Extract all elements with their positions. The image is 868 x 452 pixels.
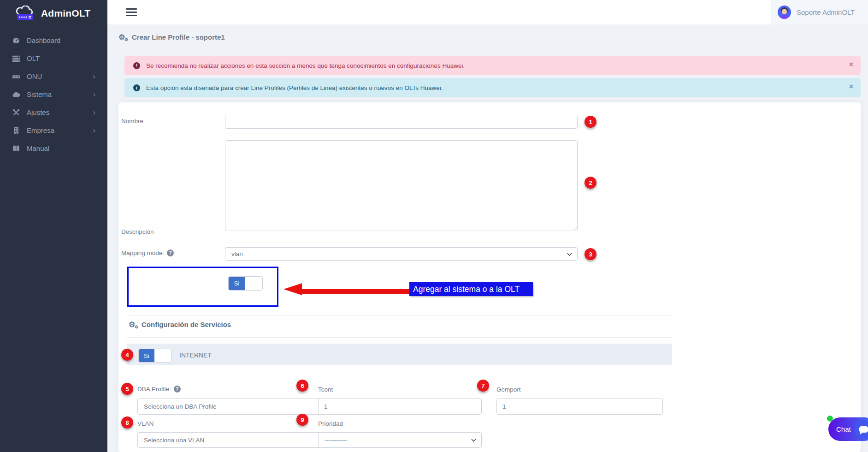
- online-status-dot: [827, 416, 833, 422]
- dashboard-gauge-icon: [12, 36, 20, 45]
- alert-info-text: Esta opción esta diseñada para crear Lin…: [146, 84, 443, 91]
- toggle-on-label: Si: [229, 277, 245, 290]
- step-badge-7: 7: [477, 380, 489, 392]
- divider: [127, 337, 672, 338]
- step-badge-9: 9: [296, 414, 308, 426]
- internet-label: INTERNET: [179, 351, 212, 359]
- nombre-input[interactable]: [225, 116, 578, 129]
- vlan-placeholder: Selecciona una VLAN: [144, 437, 204, 444]
- modem-icon: [12, 72, 20, 81]
- exclamation-circle-icon: !: [133, 62, 140, 69]
- toggle-on-label: Si: [139, 349, 154, 362]
- sidebar-item-manual[interactable]: Manual: [0, 139, 107, 157]
- brand-name: AdminOLT: [41, 8, 90, 19]
- app-root: AdminOLT Dashboard OLT ONU ›: [0, 0, 868, 452]
- step-badge-8: 8: [121, 416, 133, 428]
- help-icon[interactable]: ?: [174, 386, 181, 393]
- mapping-mode-label-text: Mapping mode:: [121, 250, 164, 256]
- dba-profile-placeholder: Selecciona un DBA Profile: [144, 403, 217, 410]
- user-menu[interactable]: Soporte AdminOLT: [771, 0, 868, 24]
- building-icon: [12, 126, 20, 135]
- chevron-right-icon: ›: [93, 90, 95, 98]
- tcont-label: Tcont: [318, 386, 333, 393]
- server-icon: [12, 54, 20, 63]
- gemport-label: Gemport: [496, 386, 521, 393]
- services-section-heading: ⚙⚙ Configuración de Servicios: [129, 320, 231, 328]
- main-content: ⚙⚙ Crear Line Profile - soporte1 ! Se re…: [107, 24, 868, 452]
- avatar: [778, 6, 791, 19]
- sidebar-item-onu[interactable]: ONU ›: [0, 67, 107, 85]
- chevron-right-icon: ›: [93, 126, 95, 134]
- brand-logo[interactable]: AdminOLT: [0, 0, 107, 26]
- divider: [127, 315, 672, 315]
- chevron-right-icon: ›: [93, 72, 95, 80]
- chevron-right-icon: ›: [93, 108, 95, 116]
- sidebar-item-empresa[interactable]: Empresa ›: [0, 121, 107, 139]
- services-heading-text: Configuración de Servicios: [142, 321, 231, 328]
- step-badge-3: 3: [585, 248, 596, 260]
- sidebar-item-label: Manual: [27, 144, 49, 152]
- gears-icon: ⚙⚙: [129, 320, 138, 328]
- mapping-mode-value: vlan: [231, 250, 243, 257]
- hamburger-menu-icon[interactable]: [126, 8, 137, 16]
- sidebar-item-olt[interactable]: OLT: [0, 49, 107, 67]
- cloud-icon: [12, 90, 20, 99]
- annotation-callout: Agregar al sistema o a la OLT: [409, 282, 533, 296]
- cloud-device-logo-icon: [14, 6, 37, 21]
- chevron-down-icon: [471, 439, 476, 442]
- descripcion-textarea[interactable]: [225, 140, 578, 231]
- topbar: Soporte AdminOLT: [107, 0, 868, 24]
- gears-icon: ⚙⚙: [118, 33, 128, 41]
- sidebar-item-label: OLT: [27, 54, 40, 62]
- tcont-input[interactable]: [318, 398, 482, 415]
- alert-info: i Esta opción esta diseñada para crear L…: [124, 78, 861, 97]
- help-icon[interactable]: ?: [167, 250, 174, 256]
- descripcion-label: Descripción: [121, 228, 154, 235]
- sidebar-item-sistema[interactable]: Sistema ›: [0, 85, 107, 103]
- close-icon[interactable]: ×: [849, 83, 853, 90]
- step-badge-2: 2: [585, 177, 596, 189]
- step-badge-4: 4: [121, 349, 133, 361]
- sidebar-item-label: Sistema: [27, 90, 52, 98]
- dba-profile-label: DBA Profile: ?: [137, 386, 181, 393]
- gemport-input[interactable]: [496, 398, 663, 415]
- dba-profile-label-text: DBA Profile:: [137, 386, 171, 393]
- alert-danger-text: Se recomienda no realizar acciones en es…: [146, 62, 465, 69]
- internet-toggle[interactable]: Si: [138, 349, 171, 363]
- user-name: Soporte AdminOLT: [797, 8, 855, 16]
- mapping-mode-select[interactable]: vlan: [225, 247, 578, 261]
- sidebar-item-label: Ajustes: [27, 108, 49, 116]
- tools-icon: [12, 108, 20, 117]
- sidebar-item-label: Empresa: [27, 126, 54, 134]
- red-arrow-shaft: [301, 289, 409, 294]
- step-badge-6: 6: [296, 380, 308, 392]
- page-title: ⚙⚙ Crear Line Profile - soporte1: [118, 33, 225, 41]
- chat-bubble-icon: [855, 420, 868, 438]
- book-icon: [12, 144, 20, 153]
- alert-danger: ! Se recomienda no realizar acciones en …: [124, 56, 861, 75]
- prioridad-value: -----------: [325, 437, 347, 444]
- red-arrow-icon: [283, 283, 302, 295]
- agregar-toggle[interactable]: Si: [228, 276, 263, 291]
- sidebar-menu: Dashboard OLT ONU › Sistema ›: [0, 31, 107, 157]
- chat-label: Chat: [836, 425, 851, 433]
- sidebar-item-ajustes[interactable]: Ajustes ›: [0, 103, 107, 121]
- sidebar-item-dashboard[interactable]: Dashboard: [0, 31, 107, 49]
- close-icon[interactable]: ×: [849, 61, 853, 68]
- sidebar: AdminOLT Dashboard OLT ONU ›: [0, 0, 107, 452]
- sidebar-item-label: Dashboard: [27, 36, 60, 44]
- info-circle-icon: i: [133, 84, 140, 91]
- chevron-down-icon: [567, 253, 572, 256]
- prioridad-label: Prioridad: [318, 420, 343, 427]
- step-badge-5: 5: [121, 383, 133, 395]
- step-badge-1: 1: [585, 116, 596, 128]
- vlan-label: VLAN: [137, 420, 154, 427]
- form-card: Nombre 1 2 Descripción Mapping mode: ? v…: [118, 102, 861, 452]
- sidebar-item-label: ONU: [27, 72, 42, 80]
- mapping-mode-label: Mapping mode: ?: [121, 250, 174, 256]
- prioridad-select[interactable]: -----------: [318, 432, 482, 448]
- nombre-label: Nombre: [121, 118, 143, 125]
- chat-button[interactable]: Chat: [828, 417, 868, 441]
- page-title-text: Crear Line Profile - soporte1: [132, 33, 225, 41]
